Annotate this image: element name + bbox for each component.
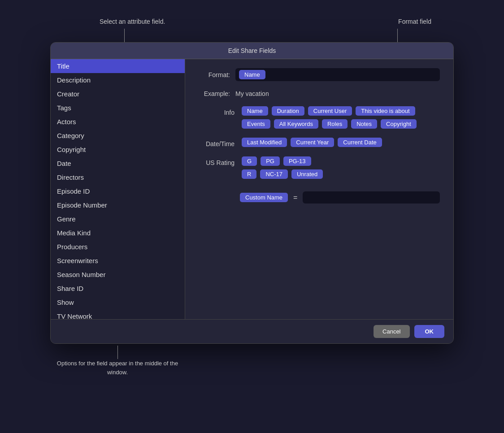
annotation-bottom-line [117,346,118,359]
sidebar-item-genre[interactable]: Genre [51,212,185,226]
format-label: Format: [199,71,230,78]
format-field-bar: Name [235,68,440,81]
rating-token-pg-13[interactable]: PG-13 [283,156,311,166]
annotation-right-line [397,29,398,42]
sidebar-item-description[interactable]: Description [51,73,185,87]
rating-section-label: US Rating [199,156,235,166]
info-token-this-video-is-about[interactable]: This video is about [356,106,415,116]
sidebar-item-copyright[interactable]: Copyright [51,143,185,156]
rating-token-g[interactable]: G [242,156,257,166]
datetime-section-row: Date/Time Last ModifiedCurrent YearCurre… [199,138,440,147]
format-row: Format: Name [199,68,440,81]
sidebar-item-category[interactable]: Category [51,129,185,143]
annotation-area: Select an attribute field. Format field [50,18,454,42]
rating-token-unrated[interactable]: Unrated [291,169,323,179]
annotation-bottom-left: Options for the field appear in the midd… [50,346,185,377]
info-token-all-keywords[interactable]: All Keywords [274,119,318,129]
sidebar-item-media-kind[interactable]: Media Kind [51,226,185,240]
rating-section-row: US Rating GPGPG-13RNC-17Unrated [199,156,440,179]
dialog-titlebar: Edit Share Fields [51,43,453,59]
sidebar-item-producers[interactable]: Producers [51,240,185,254]
info-section-row: Info NameDurationCurrent UserThis video … [199,106,440,129]
equals-sign: = [293,194,297,202]
example-row: Example: My vacation [199,90,440,97]
sidebar-item-tags[interactable]: Tags [51,101,185,115]
info-token-duration[interactable]: Duration [272,106,304,116]
sidebar-item-date[interactable]: Date [51,156,185,170]
custom-name-row: Custom Name = [199,191,440,204]
info-section-label: Info [199,106,235,116]
datetime-token-last-modified[interactable]: Last Modified [242,138,287,147]
format-name-token[interactable]: Name [239,70,265,79]
custom-name-button[interactable]: Custom Name [240,193,288,202]
annotation-top: Select an attribute field. Format field [50,18,454,25]
sidebar-item-title[interactable]: Title [51,59,185,73]
info-token-notes[interactable]: Notes [351,119,377,129]
sidebar-item-tv-network[interactable]: TV Network [51,309,185,319]
sidebar-item-episode-number[interactable]: Episode Number [51,198,185,212]
info-token-roles[interactable]: Roles [322,119,348,129]
sidebar-item-season-number[interactable]: Season Number [51,268,185,281]
sidebar: TitleDescriptionCreatorTagsActorsCategor… [51,59,185,319]
annotation-lines [50,29,454,42]
sidebar-item-screenwriters[interactable]: Screenwriters [51,254,185,268]
info-token-name[interactable]: Name [242,106,268,116]
sidebar-item-share-id[interactable]: Share ID [51,281,185,295]
datetime-token-current-year[interactable]: Current Year [291,138,334,147]
datetime-token-current-date[interactable]: Current Date [338,138,382,147]
dialog-title: Edit Share Fields [228,47,276,54]
sidebar-item-episode-id[interactable]: Episode ID [51,184,185,198]
sidebar-item-show[interactable]: Show [51,295,185,309]
annotation-left-text: Select an attribute field. [100,18,165,25]
edit-share-fields-dialog: Edit Share Fields TitleDescriptionCreato… [50,42,454,344]
info-token-current-user[interactable]: Current User [308,106,352,116]
dialog-body: TitleDescriptionCreatorTagsActorsCategor… [51,59,453,319]
dialog-footer: Cancel OK [51,319,453,343]
rating-token-pg[interactable]: PG [261,156,280,166]
cancel-button[interactable]: Cancel [374,325,409,338]
example-value: My vacation [235,90,269,97]
info-token-events[interactable]: Events [242,119,270,129]
rating-tokens: GPGPG-13RNC-17Unrated [242,156,440,179]
info-token-copyright[interactable]: Copyright [381,119,417,129]
datetime-section-label: Date/Time [199,138,235,147]
main-content: Format: Name Example: My vacation Info N… [185,59,453,319]
sidebar-item-creator[interactable]: Creator [51,87,185,101]
rating-token-nc-17[interactable]: NC-17 [260,169,288,179]
datetime-tokens: Last ModifiedCurrent YearCurrent Date [242,138,440,147]
custom-name-input[interactable] [303,191,440,204]
annotation-right-text: Format field [398,18,431,25]
ok-button[interactable]: OK [414,325,445,338]
sidebar-item-directors[interactable]: Directors [51,170,185,184]
rating-token-r[interactable]: R [242,169,256,179]
annotation-bottom-area: Options for the field appear in the midd… [50,346,454,377]
info-tokens: NameDurationCurrent UserThis video is ab… [242,106,440,129]
example-label: Example: [199,90,230,97]
annotation-left-line [124,29,125,42]
annotation-bottom-text: Options for the field appear in the midd… [50,359,185,377]
sidebar-item-actors[interactable]: Actors [51,115,185,129]
